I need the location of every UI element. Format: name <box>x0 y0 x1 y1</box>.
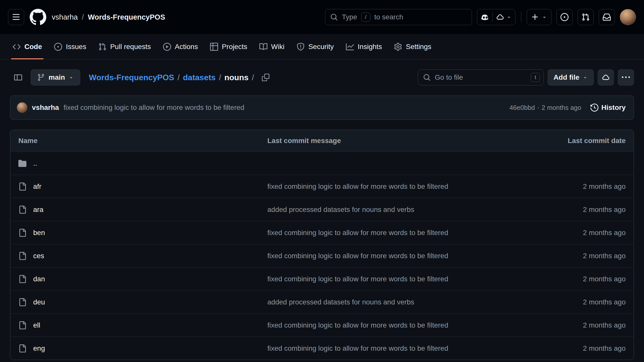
tab-pull-requests[interactable]: Pull requests <box>94 34 155 59</box>
commit-message-link[interactable]: fixed combining logic to allow for more … <box>267 252 550 260</box>
commit-time: 2 months ago <box>542 104 581 112</box>
history-clock-icon <box>590 104 598 112</box>
breadcrumb-separator: / <box>177 73 180 82</box>
go-to-file-box: t <box>418 69 544 85</box>
file-link[interactable]: ces <box>33 252 44 260</box>
table-row: dan fixed combining logic to allow for m… <box>10 267 634 290</box>
tab-projects[interactable]: Projects <box>206 34 252 59</box>
code-agent-button[interactable] <box>598 69 614 85</box>
commit-message-link[interactable]: fixed combining logic to allow for more … <box>267 344 550 352</box>
history-button[interactable]: History <box>589 103 627 112</box>
latest-commit-bar: vsharha fixed combining logic to allow f… <box>10 96 634 120</box>
commit-meta: 46e0bbd · 2 months ago <box>509 104 581 112</box>
column-header-date: Last commit date <box>550 137 626 145</box>
issues-button[interactable] <box>556 9 573 25</box>
commit-date: 2 months ago <box>550 298 626 306</box>
graph-icon <box>346 43 354 51</box>
file-link[interactable]: dan <box>33 275 45 283</box>
cloud-agent-icon <box>496 13 504 21</box>
toggle-file-tree-button[interactable] <box>10 69 26 85</box>
divider <box>521 12 521 22</box>
tab-security[interactable]: Security <box>292 34 338 59</box>
chevron-down-icon <box>542 14 547 20</box>
folder-icon <box>18 159 26 167</box>
header-actions: Type / to search <box>325 9 636 25</box>
breadcrumb-repo-link[interactable]: Words-FrequencyPOS <box>89 73 174 82</box>
header-breadcrumb: vsharha / Words-FrequencyPOS <box>52 13 165 21</box>
commit-message-link[interactable]: fixed combining logic to allow for more … <box>63 104 244 112</box>
commit-message-link[interactable]: fixed combining logic to allow for more … <box>267 229 550 237</box>
commit-author-avatar[interactable] <box>17 102 27 113</box>
search-placeholder-prefix: Type <box>342 13 357 21</box>
commit-meta-group: 46e0bbd · 2 months ago History <box>509 103 627 112</box>
file-link[interactable]: afr <box>33 183 42 191</box>
copy-icon <box>262 74 269 81</box>
tab-label: Settings <box>406 43 431 51</box>
history-label: History <box>601 104 626 112</box>
hamburger-menu-button[interactable] <box>8 9 24 25</box>
repo-link[interactable]: Words-FrequencyPOS <box>88 13 165 21</box>
tab-wiki[interactable]: Wiki <box>255 34 289 59</box>
search-icon <box>330 13 338 21</box>
table-row: ell fixed combining logic to allow for m… <box>10 313 634 337</box>
gear-icon <box>394 43 402 51</box>
inbox-button[interactable] <box>599 9 615 25</box>
tab-insights[interactable]: Insights <box>341 34 387 59</box>
kebab-icon <box>622 73 630 81</box>
parent-directory-link[interactable]: .. <box>33 159 37 167</box>
go-to-file-input[interactable] <box>434 73 527 82</box>
owner-link[interactable]: vsharha <box>52 13 78 21</box>
copy-path-button[interactable] <box>260 73 271 81</box>
commit-date: 2 months ago <box>550 183 626 191</box>
column-header-name: Name <box>18 137 267 145</box>
create-new-button[interactable] <box>527 9 551 25</box>
commit-message-link[interactable]: added processed datasets for nouns and v… <box>267 298 550 306</box>
repo-nav-tabs: Code Issues Pull requests Actions Projec… <box>0 34 644 59</box>
breadcrumb-separator: / <box>252 73 254 82</box>
file-icon <box>18 183 26 191</box>
table-row: ces fixed combining logic to allow for m… <box>10 244 634 267</box>
breadcrumb-dir-link[interactable]: datasets <box>183 73 216 82</box>
tab-settings[interactable]: Settings <box>389 34 436 59</box>
issue-opened-icon <box>560 13 569 21</box>
tab-label: Projects <box>222 43 247 51</box>
global-search-input[interactable]: Type / to search <box>325 9 472 25</box>
file-link[interactable]: deu <box>33 298 45 306</box>
book-icon <box>259 43 267 51</box>
pull-requests-button[interactable] <box>578 9 594 25</box>
copilot-agents-dropdown[interactable] <box>493 9 515 25</box>
commit-date: 2 months ago <box>550 206 626 214</box>
commit-sha-link[interactable]: 46e0bbd <box>509 104 535 112</box>
add-file-button[interactable]: Add file <box>548 69 594 85</box>
more-options-button[interactable] <box>618 69 634 85</box>
user-avatar[interactable] <box>620 9 636 25</box>
breadcrumb-separator: / <box>219 73 221 82</box>
commit-message-link[interactable]: fixed combining logic to allow for more … <box>267 183 550 191</box>
github-mark-icon <box>30 9 46 25</box>
add-file-label: Add file <box>553 73 579 81</box>
commit-message-link[interactable]: fixed combining logic to allow for more … <box>267 321 550 329</box>
tab-actions[interactable]: Actions <box>158 34 203 59</box>
commit-message-link[interactable]: added processed datasets for nouns and v… <box>267 206 550 214</box>
file-link[interactable]: ara <box>33 206 43 214</box>
code-icon <box>13 43 21 51</box>
file-link[interactable]: ell <box>33 321 40 329</box>
copilot-button[interactable] <box>477 9 492 25</box>
branch-selector-button[interactable]: main <box>31 69 80 85</box>
file-link[interactable]: ben <box>33 229 45 237</box>
commit-message-link[interactable]: fixed combining logic to allow for more … <box>267 275 550 283</box>
search-placeholder-suffix: to search <box>374 13 403 21</box>
file-icon <box>18 344 26 352</box>
cloud-agent-icon <box>602 73 610 81</box>
copilot-icon <box>481 13 489 21</box>
tab-code[interactable]: Code <box>8 34 47 59</box>
file-link[interactable]: eng <box>33 344 45 352</box>
branch-name: main <box>49 73 65 81</box>
tab-issues[interactable]: Issues <box>50 34 91 59</box>
github-logo[interactable] <box>30 9 46 25</box>
tab-label: Security <box>308 43 334 51</box>
t-keycap: t <box>531 73 540 82</box>
file-icon <box>18 275 26 283</box>
commit-date: 2 months ago <box>550 252 626 260</box>
commit-author-link[interactable]: vsharha <box>32 104 59 112</box>
